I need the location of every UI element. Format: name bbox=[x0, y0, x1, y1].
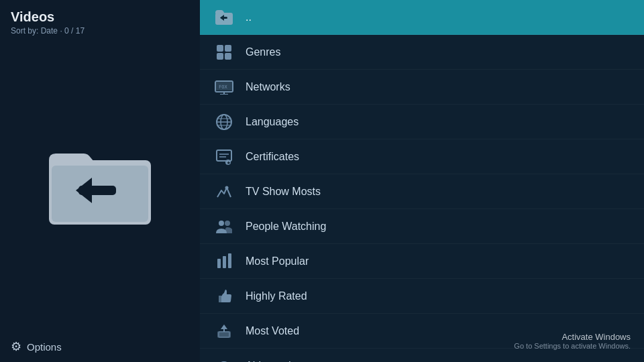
windows-activation: Activate Windows Go to Settings to activ… bbox=[514, 332, 631, 350]
folder-icon-area bbox=[0, 38, 200, 331]
list-item-mostpopular[interactable]: Most Popular bbox=[200, 244, 644, 279]
sort-row: Sort by: Date · 0 / 17 bbox=[11, 26, 189, 36]
svg-point-27 bbox=[219, 221, 224, 226]
count-label: 0 / 17 bbox=[64, 26, 85, 36]
list-item-peoplewatching[interactable]: People Watching bbox=[200, 209, 644, 244]
mostpopular-label: Most Popular bbox=[246, 255, 309, 267]
list-item-airingtoday[interactable]: Airing today bbox=[200, 349, 644, 362]
options-label: Options bbox=[27, 341, 62, 353]
genres-label: Genres bbox=[246, 46, 280, 58]
languages-icon bbox=[213, 111, 235, 133]
mostvoted-icon bbox=[213, 320, 235, 342]
list-item-tvshowmosts[interactable]: TV Show Mosts bbox=[200, 174, 644, 209]
right-panel: .. Genres FOX Networks bbox=[200, 0, 644, 362]
highlyrated-label: Highly Rated bbox=[246, 290, 307, 302]
windows-activate-subtitle: Go to Settings to activate Windows. bbox=[514, 342, 631, 350]
airingtoday-label: Airing today bbox=[246, 360, 303, 363]
certificates-icon: ★ bbox=[213, 146, 235, 168]
genres-icon bbox=[213, 42, 235, 63]
tvshowmosts-icon bbox=[213, 181, 235, 202]
folder-back-icon bbox=[46, 138, 154, 232]
svg-rect-9 bbox=[217, 53, 223, 60]
svg-text:FOX: FOX bbox=[219, 84, 227, 90]
sort-label: Sort by: Date bbox=[11, 26, 58, 36]
networks-label: Networks bbox=[246, 81, 290, 93]
left-panel: Videos Sort by: Date · 0 / 17 ⚙ Options bbox=[0, 0, 200, 362]
svg-rect-10 bbox=[225, 53, 231, 60]
svg-rect-30 bbox=[223, 256, 226, 268]
top-bar: Videos Sort by: Date · 0 / 17 bbox=[0, 0, 200, 38]
list-item-languages[interactable]: Languages bbox=[200, 105, 644, 139]
peoplewatching-label: People Watching bbox=[246, 221, 326, 233]
list-item-networks[interactable]: FOX Networks bbox=[200, 70, 644, 105]
page-title: Videos bbox=[11, 9, 54, 25]
svg-rect-7 bbox=[217, 45, 223, 52]
list-item-genres[interactable]: Genres bbox=[200, 35, 644, 70]
windows-activate-title: Activate Windows bbox=[514, 332, 631, 342]
options-icon: ⚙ bbox=[11, 339, 21, 354]
back-folder-icon bbox=[213, 7, 235, 28]
mostpopular-icon bbox=[213, 251, 235, 272]
languages-label: Languages bbox=[246, 116, 299, 128]
peoplewatching-icon bbox=[213, 216, 235, 237]
networks-icon: FOX bbox=[213, 76, 235, 98]
list-item-highlyrated[interactable]: Highly Rated bbox=[200, 279, 644, 314]
svg-point-28 bbox=[225, 221, 230, 226]
svg-marker-35 bbox=[221, 324, 227, 329]
svg-rect-21 bbox=[217, 150, 231, 161]
svg-point-26 bbox=[225, 186, 229, 189]
svg-rect-31 bbox=[228, 253, 231, 268]
svg-rect-8 bbox=[225, 45, 231, 52]
list-item-certificates[interactable]: ★ Certificates bbox=[200, 139, 644, 174]
options-bar[interactable]: ⚙ Options bbox=[0, 331, 200, 362]
highlyrated-icon bbox=[213, 286, 235, 307]
svg-rect-29 bbox=[217, 259, 221, 268]
airingtoday-icon bbox=[213, 355, 235, 363]
back-label: .. bbox=[246, 11, 252, 23]
tvshowmosts-label: TV Show Mosts bbox=[246, 186, 321, 198]
list-item-back[interactable]: .. bbox=[200, 0, 644, 35]
mostvoted-label: Most Voted bbox=[246, 325, 299, 337]
certificates-label: Certificates bbox=[246, 151, 299, 163]
